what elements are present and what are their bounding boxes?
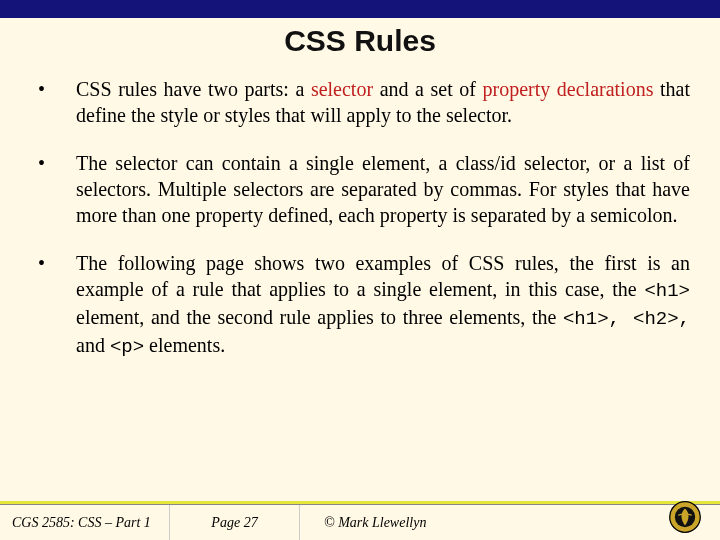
slide-title: CSS Rules	[0, 24, 720, 58]
bullet-marker: •	[38, 150, 76, 176]
text-run: element, and the second rule applies to …	[76, 306, 563, 328]
highlight-selector: selector	[311, 78, 373, 100]
slide: CSS Rules • CSS rules have two parts: a …	[0, 0, 720, 540]
bullet-marker: •	[38, 250, 76, 276]
text-run: ,	[609, 308, 633, 330]
bullet-item: • The following page shows two examples …	[38, 250, 690, 360]
bullet-item: • CSS rules have two parts: a selector a…	[38, 76, 690, 128]
footer-copyright: © Mark Llewellyn	[300, 515, 720, 531]
code-h1: <h1>	[644, 280, 690, 302]
footer-page: Page 27	[170, 505, 300, 540]
text-run: and a set of	[373, 78, 482, 100]
bullet-marker: •	[38, 76, 76, 102]
bullet-item: • The selector can contain a single elem…	[38, 150, 690, 228]
bullet-text: The following page shows two examples of…	[76, 250, 690, 360]
ucf-logo-icon	[668, 500, 702, 534]
highlight-property-declarations: property declarations	[483, 78, 654, 100]
code-h2: <h2>	[633, 308, 679, 330]
footer-course: CGS 2585: CSS – Part 1	[0, 505, 170, 540]
text-run: ,	[679, 308, 690, 330]
code-p: <p>	[110, 336, 144, 358]
text-run: CSS rules have two parts: a	[76, 78, 311, 100]
text-run: The following page shows two examples of…	[76, 252, 690, 300]
bullet-text: CSS rules have two parts: a selector and…	[76, 76, 690, 128]
slide-content: • CSS rules have two parts: a selector a…	[0, 58, 720, 360]
text-run: and	[76, 334, 110, 356]
slide-footer: CGS 2585: CSS – Part 1 Page 27 © Mark Ll…	[0, 504, 720, 540]
text-run: elements.	[144, 334, 225, 356]
code-h1: <h1>	[563, 308, 609, 330]
bullet-text: The selector can contain a single elemen…	[76, 150, 690, 228]
top-accent-bar	[0, 0, 720, 18]
